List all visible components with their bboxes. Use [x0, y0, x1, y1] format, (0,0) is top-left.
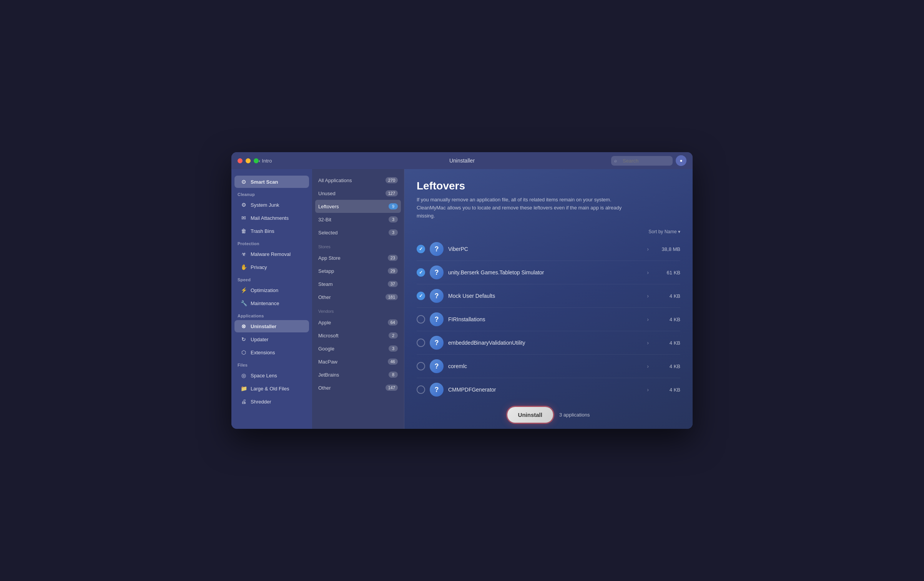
apple-count: 64: [388, 319, 398, 325]
checkbox-embedded[interactable]: [417, 339, 425, 347]
uninstall-button[interactable]: Uninstall: [507, 407, 553, 423]
protection-section-label: Protection: [231, 237, 312, 247]
sidebar-item-optimization[interactable]: ⚡ Optimization: [234, 284, 309, 296]
app-icon-fir: ?: [430, 312, 444, 326]
sidebar-item-malware-removal[interactable]: ☣ Malware Removal: [234, 248, 309, 260]
middle-item-macpaw[interactable]: MacPaw 46: [312, 355, 404, 368]
sidebar-space-lens-label: Space Lens: [251, 373, 277, 378]
sidebar-item-smart-scan[interactable]: ⊙ Smart Scan: [234, 176, 309, 188]
sidebar-item-updater[interactable]: ↻ Updater: [234, 333, 309, 345]
sidebar-item-uninstaller[interactable]: ⊗ Uninstaller: [234, 320, 309, 332]
back-button[interactable]: ‹ Intro: [259, 158, 272, 164]
search-area: ⌕ ●: [611, 155, 686, 166]
middle-item-unused[interactable]: Unused 127: [312, 187, 404, 200]
middle-item-google[interactable]: Google 3: [312, 342, 404, 355]
sidebar-optimization-label: Optimization: [251, 287, 278, 293]
app-icon-viberpc: ?: [430, 242, 444, 256]
checkbox-viberpc[interactable]: ✓: [417, 245, 425, 253]
minimize-button[interactable]: [246, 158, 251, 163]
checkbox-cmmpdf[interactable]: [417, 385, 425, 394]
unused-count: 127: [386, 190, 398, 196]
smart-scan-icon: ⊙: [241, 179, 247, 185]
sort-button[interactable]: Sort by Name ▾: [648, 229, 680, 234]
table-row[interactable]: ? CMMPDFGenerator › 4 KB: [417, 378, 680, 401]
chevron-right-icon: ›: [647, 363, 649, 369]
avatar-button[interactable]: ●: [676, 155, 686, 166]
large-files-icon: 📁: [241, 385, 247, 392]
sidebar-uninstaller-label: Uninstaller: [251, 324, 276, 329]
shredder-icon: 🖨: [241, 398, 247, 405]
setapp-label: Setapp: [318, 268, 334, 274]
leftovers-count: 9: [389, 203, 398, 209]
selected-count: 3: [389, 229, 398, 236]
sidebar-system-junk-label: System Junk: [251, 202, 279, 208]
app-list: ✓ ? ViberPC › 38,8 MB ✓ ? unity.Berserk …: [404, 237, 693, 401]
app-size-viberpc: 38,8 MB: [653, 246, 680, 252]
middle-panel: All Applications 270 Unused 127 Leftover…: [312, 169, 404, 429]
checkbox-fir[interactable]: [417, 315, 425, 324]
trash-icon: 🗑: [241, 228, 247, 234]
system-junk-icon: ⚙: [241, 202, 247, 208]
table-row[interactable]: ✓ ? unity.Berserk Games.Tabletop Simulat…: [417, 261, 680, 284]
table-row[interactable]: ? embeddedBinaryValidationUtility › 4 KB: [417, 331, 680, 355]
microsoft-count: 2: [389, 332, 398, 339]
middle-item-other-stores[interactable]: Other 181: [312, 290, 404, 304]
table-row[interactable]: ✓ ? ViberPC › 38,8 MB: [417, 237, 680, 261]
app-size-embedded: 4 KB: [653, 340, 680, 346]
middle-item-microsoft[interactable]: Microsoft 2: [312, 329, 404, 342]
close-button[interactable]: [238, 158, 243, 163]
macpaw-count: 46: [388, 359, 398, 365]
app-size-mock: 4 KB: [653, 293, 680, 299]
middle-item-steam[interactable]: Steam 37: [312, 277, 404, 290]
sidebar-malware-label: Malware Removal: [251, 251, 291, 257]
other-stores-label: Other: [318, 294, 331, 300]
jetbrains-count: 8: [389, 372, 398, 378]
speed-section-label: Speed: [231, 274, 312, 284]
middle-item-all-apps[interactable]: All Applications 270: [312, 174, 404, 187]
checkbox-mock[interactable]: ✓: [417, 292, 425, 300]
maximize-button[interactable]: [254, 158, 259, 163]
sidebar-item-shredder[interactable]: 🖨 Shredder: [234, 395, 309, 408]
checkbox-coremlc[interactable]: [417, 362, 425, 370]
middle-item-leftovers[interactable]: Leftovers 9: [315, 200, 401, 213]
content-area: ⊙ Smart Scan Cleanup ⚙ System Junk ✉ Mai…: [231, 169, 693, 429]
table-row[interactable]: ? FIRInstallations › 4 KB: [417, 308, 680, 331]
middle-item-setapp[interactable]: Setapp 29: [312, 264, 404, 277]
vendors-section-label: Vendors: [312, 304, 404, 316]
unused-label: Unused: [318, 191, 336, 196]
middle-item-jetbrains[interactable]: JetBrains 8: [312, 368, 404, 381]
microsoft-label: Microsoft: [318, 333, 339, 339]
sidebar-item-extensions[interactable]: ⬡ Extensions: [234, 346, 309, 359]
google-count: 3: [389, 345, 398, 352]
sidebar-item-large-old-files[interactable]: 📁 Large & Old Files: [234, 382, 309, 395]
optimization-icon: ⚡: [241, 287, 247, 293]
search-input[interactable]: [611, 156, 673, 166]
sidebar-item-mail-attachments[interactable]: ✉ Mail Attachments: [234, 212, 309, 224]
app-icon-cmmpdf: ?: [430, 383, 444, 397]
middle-item-apple[interactable]: Apple 64: [312, 316, 404, 329]
middle-item-32bit[interactable]: 32-Bit 3: [312, 213, 404, 226]
sidebar-item-privacy[interactable]: ✋ Privacy: [234, 261, 309, 273]
steam-count: 37: [388, 281, 398, 287]
sidebar-item-space-lens[interactable]: ◎ Space Lens: [234, 369, 309, 382]
extensions-icon: ⬡: [241, 349, 247, 355]
sidebar-item-trash-bins[interactable]: 🗑 Trash Bins: [234, 225, 309, 237]
app-store-label: App Store: [318, 255, 341, 261]
sidebar-item-maintenance[interactable]: 🔧 Maintenance: [234, 297, 309, 309]
middle-item-selected[interactable]: Selected 3: [312, 226, 404, 239]
checkbox-tabletop[interactable]: ✓: [417, 268, 425, 277]
main-header: Leftovers If you manually remove an appl…: [404, 169, 693, 226]
middle-item-app-store[interactable]: App Store 23: [312, 251, 404, 264]
table-row[interactable]: ? coremlc › 4 KB: [417, 355, 680, 378]
other-vendors-count: 147: [386, 385, 398, 391]
all-apps-count: 270: [386, 177, 398, 183]
middle-item-other-vendors[interactable]: Other 147: [312, 381, 404, 394]
sidebar-item-system-junk[interactable]: ⚙ System Junk: [234, 199, 309, 211]
sidebar-mail-label: Mail Attachments: [251, 215, 289, 221]
chevron-left-icon: ‹: [259, 158, 260, 164]
sidebar-updater-label: Updater: [251, 337, 268, 342]
sidebar-shredder-label: Shredder: [251, 399, 271, 405]
sidebar-large-files-label: Large & Old Files: [251, 386, 289, 392]
32bit-label: 32-Bit: [318, 217, 331, 222]
table-row[interactable]: ✓ ? Mock User Defaults › 4 KB: [417, 284, 680, 308]
